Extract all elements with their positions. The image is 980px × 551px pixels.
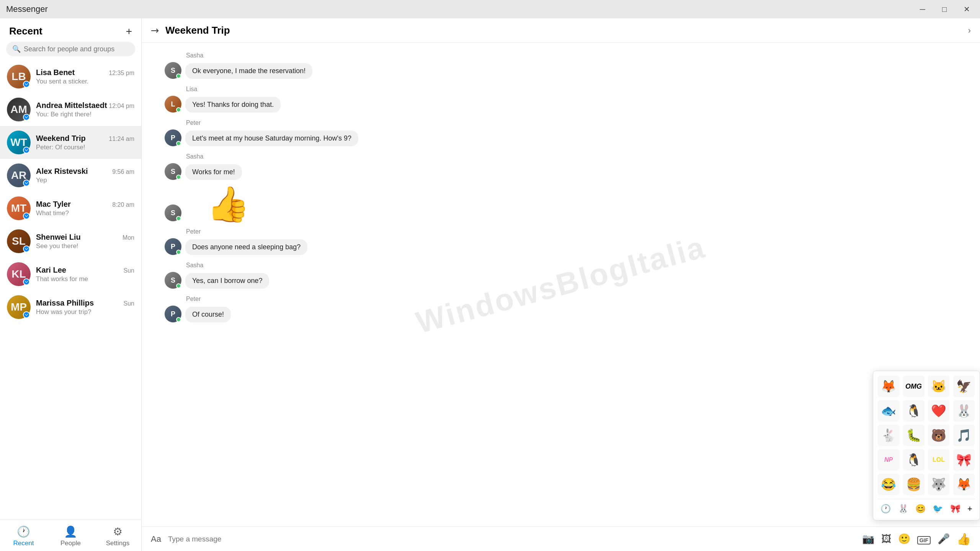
nav-item-settings[interactable]: ⚙ Settings: [94, 520, 141, 551]
message-group-m5: S 👍: [165, 187, 957, 221]
nav-item-recent[interactable]: 🕐 Recent: [0, 520, 47, 551]
text-format-button[interactable]: Aa: [151, 534, 161, 544]
conversation-item-marissa[interactable]: MP Marissa Phillips Sun How was your tri…: [0, 291, 141, 324]
online-dot-m1: [176, 74, 181, 78]
msg-row-m5: S 👍: [165, 187, 957, 221]
msg-bubble-m1: Ok everyone, I made the reservation!: [185, 63, 312, 79]
conv-name-lisa: Lisa Benet: [36, 68, 75, 77]
sticker-4[interactable]: 🦅: [953, 376, 975, 397]
sticker-3[interactable]: 🐱: [928, 376, 949, 397]
maximize-button[interactable]: □: [938, 3, 951, 15]
conv-time-kari: Sun: [124, 267, 134, 274]
message-input-bar: Aa 📷 🖼 🙂 GIF 🎤 👍: [142, 526, 980, 551]
emoji-button[interactable]: 🙂: [898, 533, 910, 545]
msg-bubble-m4: Works for me!: [185, 164, 242, 180]
sticker-17[interactable]: 😂: [878, 474, 899, 495]
sticker-1[interactable]: 🦊: [878, 376, 899, 397]
conv-time-alex: 9:56 am: [112, 168, 134, 175]
nav-recent-label: Recent: [13, 540, 34, 547]
sticker-tab-bird[interactable]: 🐦: [931, 502, 944, 515]
conv-info-lisa: Lisa Benet 12:35 pm You sent a sticker.: [36, 68, 134, 85]
messages-area: Sasha S Ok everyone, I made the reservat…: [142, 43, 980, 526]
msg-sender-m2: Lisa: [186, 86, 957, 93]
msg-row-m6: P Does anyone need a sleeping bag?: [165, 238, 957, 255]
conv-name-row-mac: Mac Tyler 8:20 am: [36, 200, 134, 209]
sticker-2[interactable]: OMG: [903, 376, 924, 397]
sticker-10[interactable]: 🐛: [903, 425, 924, 446]
avatar-wrap-alex: AR: [7, 164, 31, 187]
conv-info-andrea: Andrea Mittelstaedt 12:04 pm You: Be rig…: [36, 101, 134, 118]
sticker-11[interactable]: 🐻: [928, 425, 949, 446]
sticker-20[interactable]: 🦊: [953, 474, 975, 495]
sticker-16[interactable]: 🎀: [953, 449, 975, 471]
msg-row-m1: S Ok everyone, I made the reservation!: [165, 62, 957, 79]
msg-row-m3: P Let's meet at my house Saturday mornin…: [165, 129, 957, 146]
nav-item-people[interactable]: 👤 People: [47, 520, 94, 551]
conversation-item-lisa[interactable]: LB Lisa Benet 12:35 pm You sent a sticke…: [0, 60, 141, 93]
msg-avatar-m6: P: [165, 238, 181, 255]
message-group-m2: Lisa L Yes! Thanks for doing that.: [165, 86, 957, 113]
messenger-badge-kari: [23, 278, 30, 285]
sticker-tab-add[interactable]: +: [966, 502, 974, 515]
sidebar: Recent + 🔍 LB Lisa Benet 12:35 pm You se…: [0, 18, 142, 551]
conv-preview-lisa: You sent a sticker.: [36, 78, 134, 85]
conversation-item-mac[interactable]: MT Mac Tyler 8:20 am What time?: [0, 192, 141, 225]
msg-avatar-m3: P: [165, 129, 181, 146]
avatar-wrap-mac: MT: [7, 196, 31, 220]
minimize-button[interactable]: ─: [916, 3, 929, 15]
conversation-item-shenwei[interactable]: SL Shenwei Liu Mon See you there!: [0, 225, 141, 258]
msg-avatar-m7: S: [165, 272, 181, 289]
sticker-tab-emoji[interactable]: 😊: [914, 502, 927, 515]
sticker-tab-ribbon[interactable]: 🎀: [949, 502, 962, 515]
sticker-14[interactable]: 🐧: [903, 449, 924, 471]
conv-name-marissa: Marissa Phillips: [36, 299, 94, 307]
mic-button[interactable]: 🎤: [938, 533, 950, 545]
sticker-13[interactable]: NP: [878, 449, 899, 471]
people-icon: 👤: [64, 525, 77, 538]
sticker-6[interactable]: 🐧: [903, 400, 924, 422]
gif-button[interactable]: GIF: [917, 533, 931, 545]
close-button[interactable]: ✕: [960, 3, 974, 15]
conv-name-row-kari: Kari Lee Sun: [36, 266, 134, 275]
image-button[interactable]: 🖼: [881, 533, 891, 545]
msg-sender-m1: Sasha: [186, 52, 957, 59]
expand-button[interactable]: ↗: [148, 23, 162, 38]
gif-label: GIF: [917, 536, 931, 544]
msg-bubble-m7: Yes, can I borrow one?: [185, 273, 269, 289]
msg-avatar-m2: L: [165, 96, 181, 113]
avatar-wrap-andrea: AM: [7, 98, 31, 121]
camera-button[interactable]: 📷: [862, 533, 874, 545]
sticker-19[interactable]: 🐺: [928, 474, 949, 495]
sticker-7[interactable]: ❤️: [928, 400, 949, 422]
sticker-5[interactable]: 🐟: [878, 400, 899, 422]
msg-row-m4: S Works for me!: [165, 163, 957, 180]
conversation-item-kari[interactable]: KL Kari Lee Sun That works for me: [0, 258, 141, 291]
msg-bubble-m2: Yes! Thanks for doing that.: [185, 97, 281, 113]
search-bar[interactable]: 🔍: [6, 42, 135, 56]
sticker-tabs: 🕐 🐰 😊 🐦 🎀 +: [878, 499, 975, 515]
msg-sender-m6: Peter: [186, 228, 957, 235]
sticker-18[interactable]: 🍔: [903, 474, 924, 495]
conv-time-marissa: Sun: [124, 300, 134, 307]
conv-preview-marissa: How was your trip?: [36, 308, 134, 316]
sticker-tab-bunny[interactable]: 🐰: [897, 502, 910, 515]
msg-bubble-m8: Of course!: [185, 307, 231, 322]
sticker-8[interactable]: 🐰: [953, 400, 975, 422]
search-input[interactable]: [24, 45, 129, 53]
sticker-15[interactable]: LOL: [928, 449, 949, 471]
messenger-badge-marissa: [23, 311, 30, 318]
conversation-item-wtrip[interactable]: WT Weekend Trip 11:24 am Peter: Of cours…: [0, 126, 141, 159]
sticker-12[interactable]: 🎵: [953, 425, 975, 446]
sticker-grid: 🦊 OMG 🐱 🦅 🐟 🐧 ❤️ 🐰 🐇 🐛 🐻 🎵 NP 🐧 LOL 🎀 😂 …: [878, 376, 975, 495]
conversation-item-alex[interactable]: AR Alex Ristevski 9:56 am Yep: [0, 159, 141, 192]
like-button[interactable]: 👍: [957, 532, 971, 546]
avatar-wrap-lisa: LB: [7, 65, 31, 88]
conversation-item-andrea[interactable]: AM Andrea Mittelstaedt 12:04 pm You: Be …: [0, 93, 141, 126]
conv-name-row-alex: Alex Ristevski 9:56 am: [36, 167, 134, 176]
conv-time-lisa: 12:35 pm: [109, 70, 134, 77]
message-input[interactable]: [168, 535, 855, 543]
sticker-tab-recent[interactable]: 🕐: [879, 502, 892, 515]
sticker-9[interactable]: 🐇: [878, 425, 899, 446]
new-conversation-button[interactable]: +: [126, 26, 132, 37]
conv-name-row-andrea: Andrea Mittelstaedt 12:04 pm: [36, 101, 134, 110]
